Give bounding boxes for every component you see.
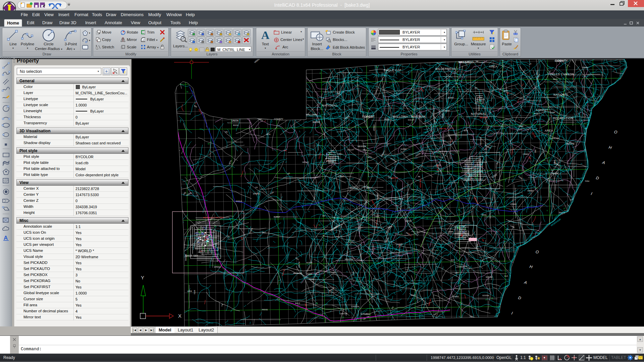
svg-text:BIG: BIG (470, 315, 474, 319)
svg-text:16: 16 (270, 166, 272, 168)
svg-text:27: 27 (349, 240, 351, 242)
svg-text:BURNT: BURNT (274, 216, 280, 218)
svg-text:A: A (601, 160, 605, 165)
svg-text:7: 7 (375, 314, 377, 316)
svg-text:NATIONAL: NATIONAL (471, 112, 486, 116)
svg-text:CREEK: CREEK (523, 153, 529, 155)
svg-text:5: 5 (332, 199, 333, 201)
svg-text:4: 4 (396, 159, 397, 161)
svg-text:UNION: UNION (254, 59, 261, 63)
svg-text:SPRING: SPRING (390, 157, 397, 163)
svg-text:31: 31 (186, 91, 189, 93)
svg-text:RD: RD (287, 172, 290, 175)
svg-text:CREEK: CREEK (510, 203, 517, 205)
svg-text:LAKE: LAKE (187, 290, 192, 292)
svg-text:CAMP: CAMP (448, 231, 453, 233)
svg-text:ROCK: ROCK (233, 124, 238, 126)
svg-text:CR: CR (367, 316, 369, 318)
svg-text:25: 25 (389, 245, 391, 247)
svg-text:13: 13 (436, 155, 438, 157)
svg-text:FOREST: FOREST (536, 108, 548, 112)
svg-text:245: 245 (461, 233, 463, 237)
svg-text:WALLOWA: WALLOWA (459, 61, 470, 63)
svg-text:UNION: UNION (231, 120, 238, 122)
svg-text:I: I (511, 311, 513, 316)
svg-text:Y: Y (141, 275, 144, 280)
svg-text:O: O (535, 249, 539, 255)
svg-text:I: I (590, 191, 593, 196)
svg-text:8: 8 (391, 85, 392, 87)
svg-text:4: 4 (397, 144, 398, 146)
svg-text:COUNTY: COUNTY (555, 60, 564, 62)
svg-text:LN: LN (255, 186, 258, 188)
svg-text:BALD: BALD (411, 294, 416, 296)
svg-text:RECREATION: RECREATION (553, 117, 573, 120)
svg-text:TRAIL: TRAIL (345, 115, 351, 120)
svg-text:26: 26 (391, 262, 393, 264)
svg-text:WILDERNESS: WILDERNESS (435, 67, 455, 71)
svg-text:BURNT: BURNT (448, 97, 454, 99)
svg-text:CO RD: CO RD (531, 132, 536, 138)
svg-text:9: 9 (547, 210, 548, 212)
svg-text:20: 20 (398, 133, 400, 135)
svg-text:LOOKOUT: LOOKOUT (372, 245, 374, 254)
svg-text:23: 23 (438, 222, 440, 224)
svg-text:CREEK: CREEK (582, 66, 588, 69)
svg-text:7: 7 (365, 75, 366, 77)
svg-text:MILL: MILL (295, 257, 300, 261)
svg-text:FK: FK (418, 176, 420, 178)
svg-text:AREA: AREA (545, 129, 553, 132)
svg-text:BAKER: BAKER (313, 121, 320, 123)
svg-text:ALDER: ALDER (306, 262, 312, 264)
svg-text:23: 23 (442, 169, 444, 171)
svg-text:MEADOW: MEADOW (293, 272, 302, 274)
svg-text:9: 9 (248, 291, 249, 293)
svg-text:MILL: MILL (338, 153, 342, 155)
svg-text:20: 20 (418, 251, 420, 253)
svg-text:31: 31 (494, 267, 496, 269)
svg-text:MILL: MILL (375, 216, 379, 218)
svg-text:33: 33 (439, 88, 441, 90)
svg-text:A: A (261, 30, 270, 41)
svg-text:ELK: ELK (489, 109, 491, 113)
svg-text:BAKER CITY: BAKER CITY (185, 255, 198, 257)
svg-text:6: 6 (493, 190, 494, 192)
svg-text:12: 12 (363, 287, 365, 289)
svg-text:EAGLE CAP: EAGLE CAP (384, 69, 401, 72)
svg-text:22: 22 (357, 279, 359, 281)
svg-text:CREEK: CREEK (527, 190, 534, 192)
svg-text:FK: FK (225, 131, 228, 133)
svg-text:GULCH: GULCH (347, 149, 354, 151)
svg-text:20: 20 (319, 224, 321, 226)
svg-text:18: 18 (309, 274, 311, 276)
svg-text:32: 32 (259, 202, 261, 204)
svg-text:NATIONAL: NATIONAL (553, 93, 569, 96)
svg-text:30: 30 (621, 70, 623, 72)
svg-text:A: A (523, 280, 527, 285)
svg-text:7: 7 (416, 231, 417, 233)
svg-text:86: 86 (506, 92, 509, 94)
svg-text:CANYON: CANYON (385, 227, 390, 234)
svg-text:GOOSE: GOOSE (482, 295, 489, 297)
svg-text:MILL: MILL (406, 232, 411, 235)
svg-text:Oxbo: Oxbo (585, 180, 589, 182)
svg-text:7: 7 (513, 176, 514, 178)
svg-text:SPRING: SPRING (214, 266, 221, 268)
svg-text:MTN: MTN (504, 90, 508, 92)
svg-text:A: A (4, 235, 8, 241)
svg-text:5: 5 (437, 250, 438, 252)
svg-text:FOREST: FOREST (362, 115, 375, 118)
svg-text:3: 3 (233, 237, 234, 239)
svg-text:CANYON: CANYON (480, 137, 482, 145)
svg-text:HELLS CANYON: HELLS CANYON (550, 73, 574, 76)
svg-text:MILL: MILL (553, 78, 557, 80)
svg-text:MEADOW: MEADOW (350, 187, 358, 189)
svg-text:HWY 86: HWY 86 (439, 128, 446, 130)
svg-text:31: 31 (426, 217, 428, 219)
svg-text:27: 27 (564, 208, 566, 210)
svg-text:15: 15 (545, 91, 547, 93)
svg-text:TRAIL: TRAIL (481, 214, 487, 216)
svg-text:30: 30 (316, 302, 318, 304)
svg-text:RIDGE: RIDGE (186, 192, 192, 196)
svg-text:14: 14 (406, 95, 408, 97)
